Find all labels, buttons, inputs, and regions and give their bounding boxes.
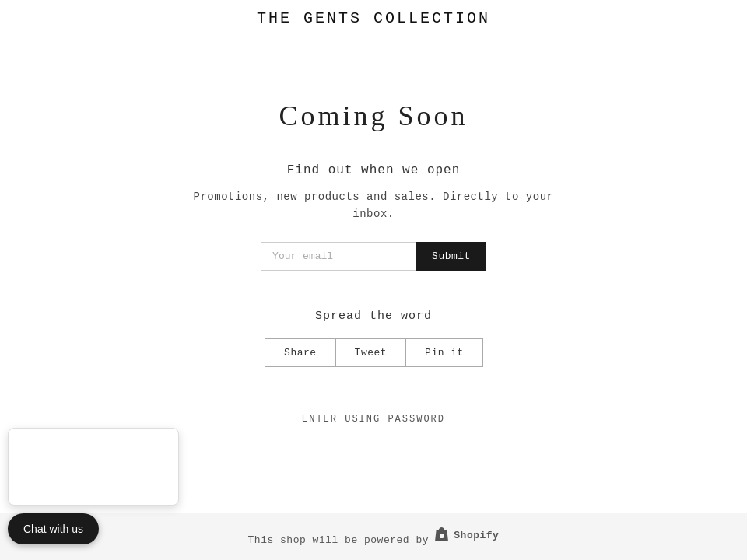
powered-by-text: This shop will be powered by [248, 534, 429, 546]
submit-button[interactable]: Submit [416, 242, 486, 271]
promo-line1: Promotions, new products and sales. Dire… [194, 191, 554, 203]
shopify-bag-icon [435, 527, 449, 543]
email-form: Submit [261, 242, 486, 271]
password-link[interactable]: ENTER USING PASSWORD [302, 414, 445, 425]
main-content: Coming Soon Find out when we open Promot… [0, 37, 747, 457]
promo-text: Promotions, new products and sales. Dire… [194, 188, 554, 223]
spread-heading: Spread the word [315, 310, 432, 323]
email-input[interactable] [261, 242, 416, 271]
site-title: THE GENTS COLLECTION [0, 9, 747, 27]
tweet-button[interactable]: Tweet [335, 338, 407, 367]
pin-button[interactable]: Pin it [405, 338, 483, 367]
svg-rect-0 [440, 534, 444, 538]
share-button[interactable]: Share [265, 338, 336, 367]
promo-line2: inbox. [352, 208, 394, 220]
find-out-heading: Find out when we open [287, 163, 461, 177]
chat-button[interactable]: Chat with us [8, 513, 99, 544]
shopify-label: Shopify [454, 530, 499, 541]
site-footer: This shop will be powered by Shopify [0, 513, 747, 560]
chat-widget: Chat with us [8, 513, 99, 544]
chat-panel [8, 428, 179, 506]
social-buttons: Share Tweet Pin it [265, 338, 482, 367]
footer-text: This shop will be powered by Shopify [0, 527, 747, 546]
site-header: THE GENTS COLLECTION [0, 0, 747, 37]
shopify-logo: Shopify [435, 527, 499, 543]
coming-soon-heading: Coming Soon [279, 100, 468, 132]
